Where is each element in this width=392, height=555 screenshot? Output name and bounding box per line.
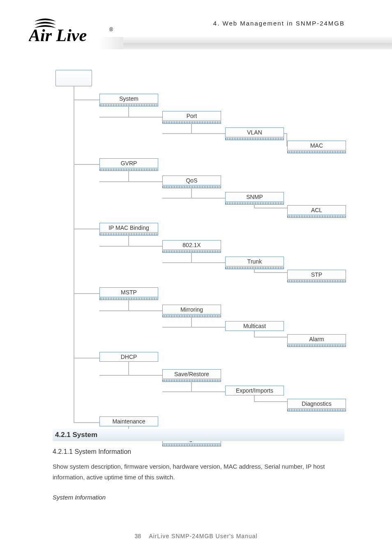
node-label: Port (162, 111, 221, 121)
row5-branch-h (74, 358, 99, 358)
row3-branch-h (74, 229, 99, 229)
tree-stem-vertical (74, 86, 74, 386)
node-label: Maintenance (99, 416, 158, 426)
node-gvrp: GVRP (99, 158, 158, 169)
tree-root-box (55, 70, 92, 86)
page-number-value: 38 (134, 533, 141, 539)
row2-seg3-v (254, 204, 255, 208)
body-block: 4.2.1.1 System Information Show system d… (53, 446, 344, 503)
node-ipmac: IP MAC Binding (99, 223, 158, 234)
row5-seg1-v (128, 362, 129, 376)
node-label: ACL (287, 205, 346, 215)
row2-seg2-h (162, 198, 225, 199)
node-mstp: MSTP (99, 287, 158, 298)
node-vlan: VLAN (225, 127, 284, 138)
node-label: VLAN (225, 127, 284, 137)
svg-text:Air Live: Air Live (29, 26, 87, 45)
node-label: STP (287, 270, 346, 280)
row3-seg2-v (191, 252, 192, 263)
row6-branch-h (74, 422, 99, 423)
row3-seg1-h (99, 246, 162, 247)
row4-seg2-v (191, 317, 192, 328)
node-hatch (287, 151, 346, 153)
row5-seg1-h (99, 375, 162, 376)
node-saverest: Save/Restore (162, 369, 221, 380)
node-label: Mirroring (162, 305, 221, 314)
node-trunk: Trunk (225, 257, 284, 267)
node-hatch (287, 345, 346, 347)
node-label: MSTP (99, 287, 158, 297)
menu-tree-diagram: System Port VLAN MAC GVRP QoS SNMP ACL I… (55, 70, 347, 403)
node-diag: Diagnostics (287, 399, 346, 409)
row5-seg2-h (162, 391, 225, 392)
control-heading: System Information (53, 492, 344, 503)
row5-seg3-v (254, 395, 255, 401)
node-mirror: Mirroring (162, 305, 221, 315)
node-mac: MAC (287, 141, 346, 151)
tree-stem-extend (74, 386, 74, 423)
node-label: Multicast (225, 321, 284, 331)
row2-seg3-h (254, 208, 287, 208)
node-label: 802.1X (162, 240, 221, 250)
node-label: Diagnostics (287, 399, 346, 409)
row2-branch-h (74, 164, 99, 165)
row5-seg2-v (191, 382, 192, 392)
row3-seg1-v (128, 235, 129, 247)
node-label: MAC (287, 141, 346, 150)
section-title-bar: 4.2.1 System (53, 429, 344, 441)
node-label: Trunk (225, 257, 284, 266)
node-mcast: Multicast (225, 321, 284, 332)
row2-seg2-v (191, 188, 192, 199)
row4-seg1-v (128, 300, 129, 311)
node-label: System (99, 94, 158, 104)
header-divider (123, 37, 392, 49)
footer-label: AirLive SNMP-24MGB User's Manual (149, 533, 257, 539)
node-maint: Maintenance (99, 416, 158, 427)
row4-seg3-v (254, 331, 255, 337)
node-hatch (287, 280, 346, 282)
header-chapter-text: 4. Web Management in SNMP-24MGB (213, 20, 345, 27)
node-8021x: 802.1X (162, 240, 221, 251)
row3-seg2-h (162, 262, 225, 263)
node-system: System (99, 94, 158, 104)
row3-seg3-v (254, 269, 255, 272)
node-port: Port (162, 111, 221, 122)
node-acl: ACL (287, 205, 346, 216)
node-label: Export/Imports (225, 386, 284, 395)
node-hatch (287, 215, 346, 218)
node-label: GVRP (99, 158, 158, 168)
node-dhcp: DHCP (99, 352, 158, 363)
row1-seg1-v (128, 106, 129, 118)
page: 4. Web Management in SNMP-24MGB Air Live… (0, 0, 392, 555)
row1-seg1-h (99, 117, 162, 118)
subsection-heading: 4.2.1.1 System Information (53, 446, 344, 457)
node-expimp: Export/Imports (225, 386, 284, 396)
node-label: DHCP (99, 352, 158, 362)
row4-branch-h (74, 293, 99, 294)
node-alarm: Alarm (287, 334, 346, 345)
node-label: IP MAC Binding (99, 223, 158, 233)
row3-seg3-h (254, 272, 287, 273)
row4-seg3-h (254, 337, 287, 338)
node-stp: STP (287, 270, 346, 280)
node-hatch (225, 138, 284, 140)
svg-text:®: ® (109, 27, 113, 32)
node-label: Alarm (287, 334, 346, 344)
row1-seg2-v (191, 123, 192, 134)
node-label: QoS (162, 176, 221, 185)
row1-seg2-h (162, 133, 225, 134)
row1-branch-h (74, 99, 99, 100)
row2-seg1-h (99, 181, 162, 182)
row4-seg2-h (162, 327, 225, 328)
node-hatch (287, 409, 346, 412)
row2-seg1-v (128, 171, 129, 182)
section-title: 4.2.1 System (55, 431, 97, 439)
node-label: Save/Restore (162, 369, 221, 379)
row4-seg1-h (99, 310, 162, 311)
footer: 38 AirLive SNMP-24MGB User's Manual (0, 533, 392, 539)
node-snmp: SNMP (225, 192, 284, 203)
row5-seg3-h (254, 401, 287, 402)
subsection-paragraph: Show system description, firmware versio… (53, 461, 344, 482)
node-qos: QoS (162, 176, 221, 186)
node-label: SNMP (225, 192, 284, 202)
